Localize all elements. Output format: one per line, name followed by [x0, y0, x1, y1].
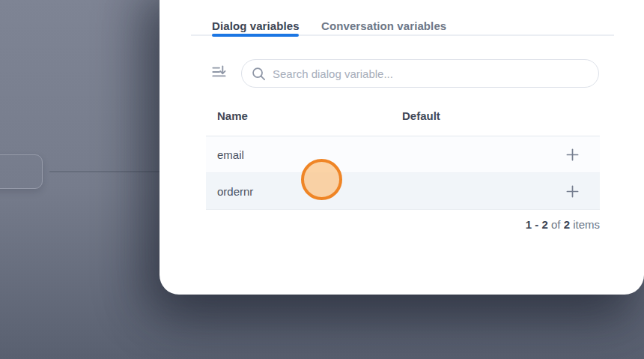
pagination-end: 2 — [541, 218, 547, 231]
search-icon — [251, 66, 267, 82]
click-indicator-circle — [301, 159, 342, 200]
column-header-name: Name — [217, 109, 248, 122]
tab-dialog-variables[interactable]: Dialog variables — [212, 19, 300, 32]
variable-name: email — [217, 148, 244, 161]
flow-connector-line — [49, 171, 160, 172]
plus-icon — [566, 148, 579, 161]
pagination-items: items — [570, 218, 600, 231]
sort-button[interactable] — [207, 60, 231, 84]
variables-panel: Dialog variables Conversation variables … — [160, 0, 644, 295]
sort-descending-icon — [210, 62, 229, 82]
add-default-button[interactable] — [562, 144, 583, 165]
search-input[interactable] — [267, 67, 598, 80]
pagination-of: of — [548, 218, 564, 231]
pagination-total: 2 — [564, 218, 570, 231]
plus-icon — [566, 185, 579, 198]
active-tab-indicator — [212, 34, 299, 37]
add-default-button[interactable] — [562, 181, 583, 202]
pagination-status: 1 - 2 of 2 items — [526, 218, 600, 231]
column-header-default: Default — [402, 109, 440, 122]
tab-conversation-variables[interactable]: Conversation variables — [321, 19, 446, 32]
variable-name: ordernr — [217, 185, 253, 198]
pagination-start: 1 — [526, 218, 532, 231]
table-row-email[interactable]: email — [206, 136, 600, 173]
search-box[interactable] — [241, 59, 599, 88]
flow-node-outline — [0, 154, 43, 189]
table-row-ordernr[interactable]: ordernr — [206, 173, 600, 210]
pagination-separator: - — [532, 218, 541, 231]
